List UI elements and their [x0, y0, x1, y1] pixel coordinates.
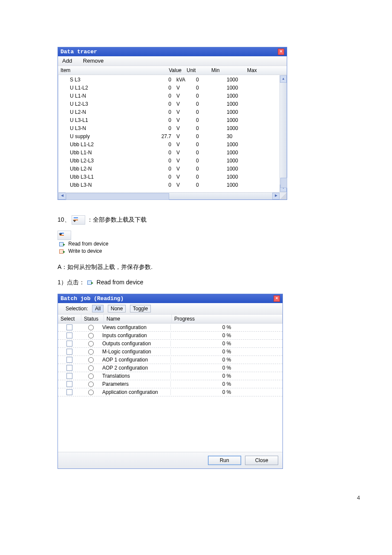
cell-item: U L1-L2 [58, 84, 147, 92]
cell-name: Outputs configuration [101, 341, 171, 347]
cell-max: 1000 [224, 100, 255, 108]
read-icon [86, 280, 93, 286]
cell-unit: V [174, 100, 193, 108]
transfer-icon[interactable] [58, 231, 71, 240]
status-icon [88, 373, 94, 379]
cell-unit: V [174, 173, 193, 181]
cell-max: 1000 [224, 165, 255, 173]
cell-value: 0 [147, 116, 174, 124]
transfer-dropdown: Read from device Write to device [58, 231, 334, 254]
cell-unit: V [174, 181, 193, 189]
cell-min: 0 [193, 157, 224, 165]
checkbox[interactable] [66, 365, 72, 371]
menu-label: Write to device [68, 248, 102, 254]
cell-item: U L1-N [58, 92, 147, 100]
col-select[interactable]: Select [58, 315, 81, 323]
caption-line-10: 10、 ：全部参数上载及下载 [58, 215, 334, 225]
cell-max: 30 [224, 133, 255, 141]
cell-unit: V [174, 108, 193, 116]
batch-rows: Views configuration0 %Inputs configurati… [58, 324, 282, 396]
cell-item: U L2-L3 [58, 100, 147, 108]
col-unit[interactable]: Unit [184, 66, 209, 75]
table-row[interactable]: Ubb L3-N0V01000 [58, 181, 280, 189]
cell-max: 1000 [224, 149, 255, 157]
select-toggle-button[interactable]: Toggle [130, 305, 151, 312]
run-button[interactable]: Run [208, 456, 241, 465]
scroll-right-icon[interactable]: ▶ [272, 193, 280, 199]
cell-item: U L3-N [58, 124, 147, 133]
vertical-scrollbar[interactable]: ▲ ▼ [280, 75, 287, 192]
batch-job-window: Batch job (Reading) × Selection: All Non… [58, 294, 283, 469]
checkbox[interactable] [66, 341, 72, 347]
table-row[interactable]: Ubb L2-L30V01000 [58, 157, 280, 165]
table-row: AOP 1 configuration0 % [58, 356, 282, 364]
status-icon [88, 382, 94, 387]
table-row[interactable]: Ubb L1-L20V01000 [58, 141, 280, 149]
hscroll-thumb[interactable] [66, 193, 169, 200]
status-icon [88, 333, 94, 338]
table-row[interactable]: U L3-N0V01000 [58, 124, 280, 133]
status-icon [88, 341, 94, 347]
col-min[interactable]: Min [209, 66, 245, 75]
scroll-up-icon[interactable]: ▲ [280, 75, 287, 83]
cell-min: 0 [193, 165, 224, 173]
checkbox[interactable] [66, 373, 72, 379]
select-all-button[interactable]: All [92, 305, 104, 312]
horizontal-scrollbar[interactable]: ◀ ▶ [58, 192, 287, 199]
table-row[interactable]: Ubb L2-N0V01000 [58, 165, 280, 173]
close-icon[interactable]: × [278, 49, 284, 55]
checkbox[interactable] [66, 332, 72, 338]
menu-read-from-device[interactable]: Read from device [58, 241, 334, 247]
col-name[interactable]: Name [104, 315, 172, 323]
cell-value: 0 [147, 76, 174, 84]
table-row[interactable]: Ubb L3-L10V01000 [58, 173, 280, 181]
table-row[interactable]: U L2-N0V01000 [58, 108, 280, 116]
checkbox[interactable] [66, 381, 72, 387]
col-progress[interactable]: Progress [172, 315, 282, 323]
title-bar[interactable]: Batch job (Reading) × [58, 294, 282, 303]
col-item[interactable]: Item [58, 66, 152, 75]
col-max[interactable]: Max [245, 66, 280, 75]
cell-name: AOP 1 configuration [101, 357, 171, 363]
col-value[interactable]: Value [152, 66, 184, 75]
data-rows: S L30kVA01000U L1-L20V01000U L1-N0V01000… [58, 75, 280, 192]
menu-label: Read from device [68, 241, 108, 247]
cell-max: 1000 [224, 76, 255, 84]
transfer-icon [72, 215, 85, 225]
table-row[interactable]: U L3-L10V01000 [58, 116, 280, 124]
cell-name: AOP 2 configuration [101, 365, 171, 371]
table-row[interactable]: U supply27.7V030 [58, 133, 280, 141]
menu-write-to-device[interactable]: Write to device [58, 248, 334, 254]
table-row[interactable]: U L1-N0V01000 [58, 92, 280, 100]
table-row[interactable]: Ubb L1-N0V01000 [58, 149, 280, 157]
scroll-left-icon[interactable]: ◀ [58, 193, 66, 199]
cell-value: 27.7 [147, 133, 174, 141]
table-row[interactable]: S L30kVA01000 [58, 76, 280, 84]
close-icon[interactable]: × [274, 295, 280, 302]
cell-name: Parameters [101, 381, 171, 387]
scroll-thumb[interactable] [280, 178, 287, 188]
checkbox[interactable] [66, 349, 72, 355]
cell-max: 1000 [224, 92, 255, 100]
remove-button[interactable]: Remove [83, 58, 104, 64]
table-row[interactable]: U L2-L30V01000 [58, 100, 280, 108]
checkbox[interactable] [66, 389, 72, 395]
table-row[interactable]: U L1-L20V01000 [58, 84, 280, 92]
cell-progress: 0 % [171, 373, 282, 379]
title-bar[interactable]: Data tracer × [58, 47, 287, 56]
cell-min: 0 [193, 108, 224, 116]
add-button[interactable]: Add [62, 58, 72, 64]
table-row: Translations0 % [58, 372, 282, 380]
checkbox[interactable] [66, 357, 72, 363]
cell-unit: V [174, 149, 193, 157]
page-number: 4 [58, 494, 360, 501]
table-row: Outputs configuration0 % [58, 340, 282, 348]
close-button[interactable]: Close [245, 456, 278, 465]
selection-bar: Selection: All None Toggle [58, 303, 282, 315]
select-none-button[interactable]: None [108, 305, 126, 312]
checkbox[interactable] [66, 324, 72, 330]
resize-grip-icon[interactable] [280, 193, 287, 199]
cell-value: 0 [147, 92, 174, 100]
cell-min: 0 [193, 116, 224, 124]
col-status[interactable]: Status [81, 315, 104, 323]
